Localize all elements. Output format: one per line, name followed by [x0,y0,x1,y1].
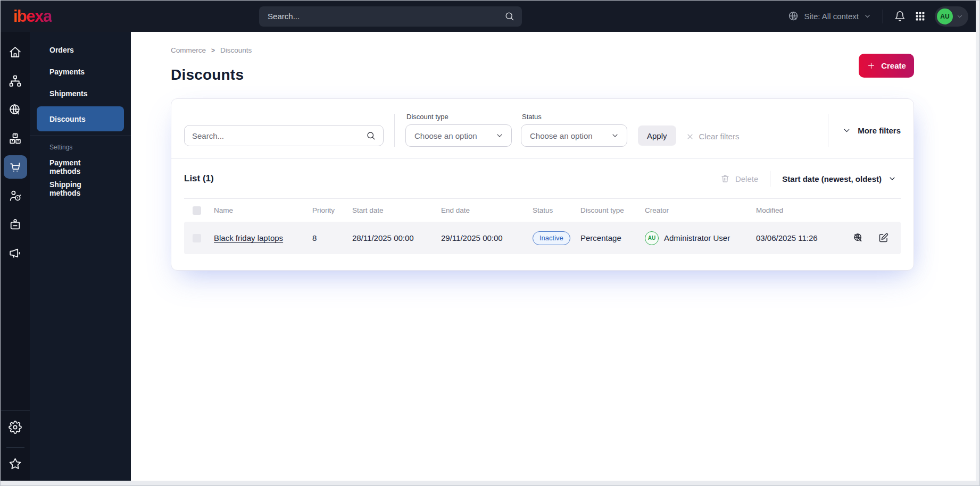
row-discount-type: Percentage [576,233,641,242]
sidebar-item-payments[interactable]: Payments [37,61,124,82]
row-actions [845,232,901,244]
creator-name: Administrator User [664,233,730,242]
chevron-down-icon [863,12,871,20]
sidebar-item-shipping-methods[interactable]: Shipping methods [37,178,124,199]
list-section: List (1) Delete Start date (newest, olde… [171,159,913,270]
col-start-date: Start date [348,206,437,214]
chevron-down-icon [888,174,896,183]
status-select[interactable]: Choose an option [521,124,627,147]
star-icon [9,457,22,471]
rail-divider [1,410,30,411]
discount-name-link[interactable]: Black friday laptops [214,233,283,242]
filters-bar: Discount type Choose an option Status Ch… [171,99,913,158]
select-all-checkbox[interactable] [193,206,201,215]
sort-dropdown[interactable]: Start date (newest, oldest) [782,174,901,183]
rail-item-customers[interactable] [4,184,27,207]
trash-icon [720,174,730,183]
sidebar-item-label: Orders [49,46,74,54]
user-avatar: AU [937,9,953,24]
filter-search[interactable] [184,125,384,146]
clear-filters-label: Clear filters [699,132,740,141]
rail-item-content-tree[interactable] [4,69,27,93]
topbar-right-cluster: Site: All context AU [788,6,968,27]
rail-item-marketing[interactable] [4,241,27,265]
breadcrumb-discounts[interactable]: Discounts [220,46,252,54]
sitemap-icon [9,74,22,88]
site-context-label: Site: All context [804,12,859,21]
discount-type-value: Choose an option [414,131,477,140]
sidebar-divider [30,136,131,136]
col-creator: Creator [641,206,752,214]
icon-rail [1,32,30,481]
create-button[interactable]: Create [859,54,914,78]
col-discount-type: Discount type [576,206,641,214]
boxes-icon [9,132,22,145]
sidebar-item-label: Discounts [49,115,86,123]
global-search[interactable] [259,6,522,27]
chevron-down-icon [956,13,964,20]
status-label: Status [521,113,627,121]
sidebar-item-label: Payments [49,68,85,76]
close-icon [686,132,694,141]
site-globe-icon [788,11,799,22]
apply-button[interactable]: Apply [638,125,676,146]
rail-item-jobs[interactable] [4,213,27,236]
row-select-cell [184,234,210,242]
filters-divider [394,114,395,147]
rail-item-commerce[interactable] [4,155,27,179]
site-context-switcher[interactable]: Site: All context [788,11,871,22]
col-modified: Modified [752,206,845,214]
rail-item-settings[interactable] [4,415,27,439]
chevron-down-icon [611,131,619,140]
col-status: Status [528,206,576,214]
clear-filters-button[interactable]: Clear filters [686,132,740,141]
list-header: List (1) Delete Start date (newest, olde… [184,171,901,187]
home-icon [9,46,22,59]
create-button-label: Create [881,61,906,70]
sidebar-item-label: Payment methods [49,158,111,175]
user-menu[interactable]: AU [935,6,968,27]
sidebar-item-discounts[interactable]: Discounts [37,106,124,131]
table-row[interactable]: Black friday laptops 8 28/11/2025 00:00 … [184,222,901,254]
discount-type-select[interactable]: Choose an option [405,124,512,147]
search-icon[interactable] [366,131,376,140]
rail-item-site[interactable] [4,98,27,121]
ibexa-logo[interactable]: ibexa [13,8,52,24]
topbar-center [52,6,788,27]
site-visibility-disabled-icon[interactable] [853,232,864,244]
discount-type-label: Discount type [405,113,512,121]
global-search-input[interactable] [268,12,504,21]
page-title: Discounts [171,66,914,83]
creator-avatar: AU [645,231,659,245]
settings-gear-icon [9,421,22,434]
plus-icon [867,61,876,70]
main-content: Commerce > Discounts Create Discounts Di… [131,32,976,481]
search-icon[interactable] [504,11,514,21]
rail-item-products[interactable] [4,127,27,150]
row-priority: 8 [308,233,348,242]
more-filters-label: More filters [858,126,901,135]
sidebar-item-payment-methods[interactable]: Payment methods [37,156,124,178]
sidebar-item-orders[interactable]: Orders [37,39,124,61]
row-checkbox[interactable] [193,234,201,242]
more-filters-button[interactable]: More filters [842,126,901,135]
filter-search-input[interactable] [192,131,366,140]
notifications-bell-icon[interactable] [894,11,906,22]
rail-item-bookmarks[interactable] [4,452,27,475]
breadcrumb-separator: > [211,47,215,54]
globe-cursor-icon [9,103,22,116]
vertical-scrollbar[interactable] [976,1,979,481]
rail-item-home[interactable] [4,40,27,64]
delete-label: Delete [735,174,758,183]
horizontal-scrollbar[interactable] [1,481,979,485]
filters-divider [828,114,828,147]
sidebar-settings-heading: Settings [37,141,124,156]
edit-icon[interactable] [878,232,889,244]
more-filters-wrap: More filters [828,114,901,147]
row-modified: 03/06/2025 11:26 [752,233,845,242]
app-grid-icon[interactable] [915,11,926,22]
breadcrumb-commerce[interactable]: Commerce [171,46,206,54]
sidebar-item-label: Shipping methods [49,180,111,197]
sidebar-item-shipments[interactable]: Shipments [37,83,124,104]
delete-button[interactable]: Delete [720,174,758,183]
